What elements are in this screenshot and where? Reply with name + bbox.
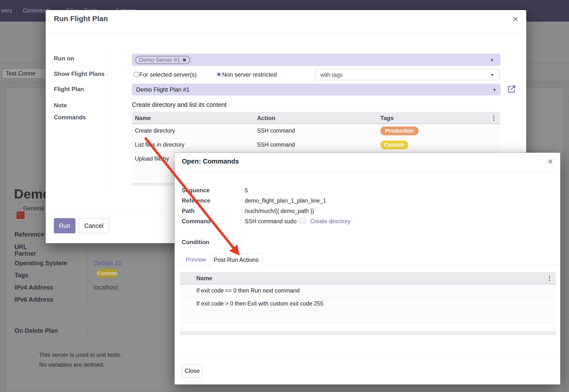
run-modal-title: Run Flight Plan xyxy=(54,14,108,23)
condition-divider xyxy=(241,238,241,249)
commands-modal-title: Open: Commands xyxy=(182,158,239,165)
row-action: SSH command xyxy=(257,127,295,134)
tab-post-run-actions-label: Post Run Actions xyxy=(214,256,259,263)
ipv6-label: IPv6 Address xyxy=(14,296,53,303)
row-name: Create directory xyxy=(135,127,175,134)
run-modal-header-divider xyxy=(46,33,526,33)
table-row[interactable]: List files in directory SSH command Cust… xyxy=(132,138,500,152)
col-name[interactable]: Name xyxy=(135,115,151,122)
commands-table-header: Name Action Tags ⋮ xyxy=(132,112,500,124)
with-tags-select[interactable]: with tags ▼ xyxy=(315,69,500,80)
tags-label: Tags xyxy=(14,272,28,279)
radio-selected-servers-label: For selected server(s) xyxy=(139,71,197,78)
row-name: List files in directory xyxy=(135,141,185,148)
tag-badge-custom-dimmed-label: Custom xyxy=(97,270,117,277)
path-label: Path xyxy=(182,208,195,214)
radio-non-server-restricted-label: Non server restricted xyxy=(222,71,277,78)
command-value: SSH command sudo xyxy=(245,218,297,225)
run-on-server-tag-label: Demo Server #1 xyxy=(139,57,180,63)
url-label: URL xyxy=(14,243,27,251)
field-column-divider xyxy=(87,249,88,307)
flight-plan-value: Demo Flight Plan #1 xyxy=(136,86,189,93)
tab-general-label: General xyxy=(23,205,44,212)
cancel-button-label: Cancel xyxy=(84,222,103,229)
close-button[interactable]: Close xyxy=(182,364,203,378)
os-value-link[interactable]: Debian 10 xyxy=(94,260,122,267)
tag-badge-custom-label: Custom xyxy=(384,142,404,148)
flight-plan-caption: Create directory and list its content xyxy=(132,101,227,108)
external-link-icon[interactable] xyxy=(507,84,516,94)
page-hatch-left xyxy=(0,88,6,392)
remove-tag-icon[interactable]: ✖ xyxy=(182,57,186,63)
tab-post-run-actions[interactable]: Post Run Actions xyxy=(210,253,262,266)
sequence-value: 5 xyxy=(245,187,248,194)
on-delete-divider xyxy=(87,326,88,336)
reference-value: demo_flight_plan_1_plan_line_1 xyxy=(245,197,326,204)
run-on-caret-icon: ▼ xyxy=(490,58,494,62)
radio-selected-servers[interactable] xyxy=(133,72,139,77)
reference-label: Reference xyxy=(14,231,44,238)
close-button-label: Close xyxy=(185,367,200,374)
partner-label: Partner xyxy=(14,250,36,257)
post-run-table-header: Name ⋮ xyxy=(180,272,556,284)
label-flight-plan: Flight Plan xyxy=(54,86,84,93)
ipv4-label: IPv4 Address xyxy=(14,284,53,291)
table-row[interactable]: Create directory SSH command Production xyxy=(132,124,500,138)
tag-badge-production-label: Production xyxy=(385,128,414,134)
test-connection-button[interactable]: Test Conne xyxy=(2,68,46,79)
handle-column xyxy=(180,272,194,284)
on-delete-plan-label: On Delete Plan xyxy=(14,327,58,334)
tag-badge-custom-dimmed: Custom xyxy=(97,269,118,278)
unit-test-note-line1: This server is used in unit tests. xyxy=(39,351,122,358)
label-commands: Commands xyxy=(54,114,86,121)
post-run-row[interactable]: If exit code > 0 then Exit with custom e… xyxy=(180,297,556,310)
open-commands-modal: Open: Commands ✕ Sequence Reference Path… xyxy=(174,153,560,385)
condition-label: Condition xyxy=(182,239,209,246)
create-directory-link[interactable]: Create directory xyxy=(310,218,351,225)
run-on-select[interactable]: Demo Server #1 ✖ ▼ xyxy=(132,54,500,66)
commands-modal-close-icon[interactable]: ✕ xyxy=(547,158,553,165)
tab-general[interactable]: General xyxy=(19,202,49,214)
path-value: /such/much/{{ demo_path }} xyxy=(245,208,314,214)
tag-badge-production: Production xyxy=(380,126,419,135)
flight-plan-caret-icon: ▼ xyxy=(493,87,496,92)
sequence-label: Sequence xyxy=(182,187,210,194)
os-label: Operating System xyxy=(14,260,67,267)
run-button[interactable]: Run xyxy=(54,218,75,233)
cancel-button[interactable]: Cancel xyxy=(79,218,109,233)
tag-badge-custom: Custom xyxy=(380,140,408,149)
with-tags-value: with tags xyxy=(320,72,343,78)
post-run-table-options-icon[interactable]: ⋮ xyxy=(546,275,553,281)
with-tags-caret-icon: ▼ xyxy=(490,73,494,77)
row-name: Upload file by xyxy=(135,155,169,162)
radio-non-server-restricted[interactable] xyxy=(216,72,222,77)
run-on-server-tag[interactable]: Demo Server #1 ✖ xyxy=(135,56,190,64)
col-tags[interactable]: Tags xyxy=(380,115,394,122)
label-show-flight-plans: Show Flight Plans xyxy=(54,70,105,77)
run-button-label: Run xyxy=(59,222,70,229)
post-run-scrollbar-strip[interactable] xyxy=(180,331,556,335)
post-run-row[interactable]: If exit code == 0 then Run next command xyxy=(180,284,556,297)
post-run-row-name: If exit code == 0 then Run next command xyxy=(196,287,300,294)
col-action[interactable]: Action xyxy=(257,115,275,122)
label-note: Note xyxy=(54,102,67,109)
label-run-on: Run on xyxy=(54,55,74,62)
flight-plan-select[interactable]: Demo Flight Plan #1 ▼ xyxy=(132,84,500,95)
post-run-row-empty xyxy=(180,310,556,323)
radio-selected-dot xyxy=(218,73,220,76)
server-name-heading: Demo xyxy=(14,186,51,201)
col-name[interactable]: Name xyxy=(196,275,212,282)
tab-preview[interactable]: Preview xyxy=(186,256,206,263)
reference-label: Reference xyxy=(182,197,210,204)
nav-item-servers[interactable]: vers xyxy=(1,7,12,14)
fields-divider xyxy=(241,185,241,227)
command-label: Command xyxy=(182,218,211,225)
page-hatch-right xyxy=(564,88,569,392)
table-options-icon[interactable]: ⋮ xyxy=(491,115,497,121)
sudo-checkbox[interactable] xyxy=(299,217,306,224)
ipv4-value: localhost xyxy=(94,284,118,291)
run-modal-close-icon[interactable]: ✕ xyxy=(512,15,519,23)
unit-test-note-line2: No variables are defined. xyxy=(39,361,105,368)
post-run-row-name: If exit code > 0 then Exit with custom e… xyxy=(196,300,323,307)
commands-modal-footer-divider xyxy=(175,357,560,357)
